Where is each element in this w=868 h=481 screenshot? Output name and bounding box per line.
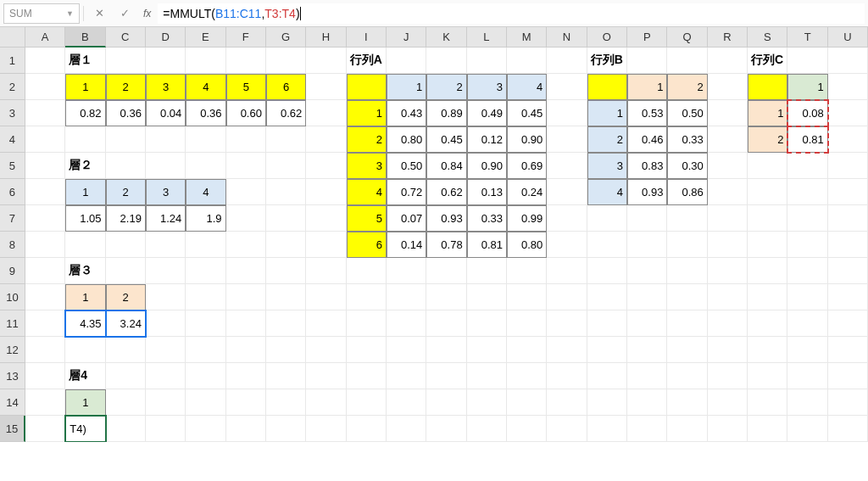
cell-H15[interactable] bbox=[306, 416, 346, 442]
cell-U10[interactable] bbox=[828, 284, 868, 310]
cell-H3[interactable] bbox=[306, 100, 346, 126]
cell-T13[interactable] bbox=[787, 363, 827, 389]
cell-G14[interactable] bbox=[266, 389, 306, 416]
cell-O12[interactable] bbox=[587, 337, 627, 363]
cell-U13[interactable] bbox=[828, 363, 868, 389]
matA-v[interactable]: 0.50 bbox=[387, 153, 426, 179]
cell-P10[interactable] bbox=[627, 284, 667, 310]
cell-P14[interactable] bbox=[627, 389, 667, 416]
cell-H4[interactable] bbox=[306, 126, 346, 153]
layer3-v[interactable]: 4.35 bbox=[65, 310, 105, 337]
cell-F11[interactable] bbox=[226, 310, 266, 337]
cell-R5[interactable] bbox=[708, 153, 748, 179]
matA-v[interactable]: 0.72 bbox=[387, 179, 426, 205]
cell-T14[interactable] bbox=[787, 389, 827, 416]
cell-R10[interactable] bbox=[708, 284, 748, 310]
cell-H14[interactable] bbox=[306, 389, 346, 416]
cell-R4[interactable] bbox=[708, 126, 748, 153]
cell-J9[interactable] bbox=[387, 258, 426, 284]
cell-A7[interactable] bbox=[25, 205, 65, 232]
cell-D10[interactable] bbox=[146, 284, 186, 310]
col-header-Q[interactable]: Q bbox=[667, 27, 707, 48]
col-header-A[interactable]: A bbox=[25, 27, 65, 48]
cell-K15[interactable] bbox=[426, 416, 466, 442]
chevron-down-icon[interactable]: ▼ bbox=[66, 9, 74, 18]
matA-rh[interactable]: 1 bbox=[347, 100, 387, 126]
cell-U12[interactable] bbox=[828, 337, 868, 363]
matB-rh[interactable]: 4 bbox=[587, 179, 627, 205]
col-header-F[interactable]: F bbox=[226, 27, 266, 48]
cell-C14[interactable] bbox=[106, 389, 146, 416]
cell-P1[interactable] bbox=[627, 48, 667, 74]
cell-O8[interactable] bbox=[587, 232, 627, 258]
cell-P9[interactable] bbox=[627, 258, 667, 284]
cell-N6[interactable] bbox=[547, 179, 587, 205]
cell-Q1[interactable] bbox=[667, 48, 707, 74]
cell-S8[interactable] bbox=[748, 232, 787, 258]
cell-G1[interactable] bbox=[266, 48, 306, 74]
cell-T12[interactable] bbox=[787, 337, 827, 363]
cell-S6[interactable] bbox=[748, 179, 787, 205]
cell-K10[interactable] bbox=[426, 284, 466, 310]
cell-M15[interactable] bbox=[507, 416, 547, 442]
row-header-8[interactable]: 8 bbox=[0, 232, 25, 258]
cell-L10[interactable] bbox=[467, 284, 507, 310]
cell-G15[interactable] bbox=[266, 416, 306, 442]
matA-v[interactable]: 0.93 bbox=[426, 205, 466, 232]
col-header-C[interactable]: C bbox=[106, 27, 146, 48]
row-header-6[interactable]: 6 bbox=[0, 179, 25, 205]
cell-T10[interactable] bbox=[787, 284, 827, 310]
matB-v[interactable]: 0.30 bbox=[667, 153, 707, 179]
matC-v[interactable]: 0.81 bbox=[787, 126, 827, 153]
cell-I11[interactable] bbox=[347, 310, 387, 337]
cell-G13[interactable] bbox=[266, 363, 306, 389]
cell-R7[interactable] bbox=[708, 205, 748, 232]
matA-v[interactable]: 0.24 bbox=[507, 179, 547, 205]
col-header-G[interactable]: G bbox=[266, 27, 306, 48]
matA-rh[interactable]: 6 bbox=[347, 232, 387, 258]
matA-v[interactable]: 0.07 bbox=[387, 205, 426, 232]
row-header-7[interactable]: 7 bbox=[0, 205, 25, 232]
cell-G9[interactable] bbox=[266, 258, 306, 284]
matA-rh[interactable]: 5 bbox=[347, 205, 387, 232]
col-header-O[interactable]: O bbox=[587, 27, 627, 48]
matB-corner[interactable] bbox=[587, 74, 627, 100]
cell-O14[interactable] bbox=[587, 389, 627, 416]
cell-U5[interactable] bbox=[828, 153, 868, 179]
active-cell-b15[interactable]: T4) bbox=[65, 416, 105, 442]
layer2-v[interactable]: 1.9 bbox=[186, 205, 225, 232]
cell-Q10[interactable] bbox=[667, 284, 707, 310]
cell-K11[interactable] bbox=[426, 310, 466, 337]
matB-v[interactable]: 0.83 bbox=[627, 153, 667, 179]
matA-v[interactable]: 0.90 bbox=[507, 126, 547, 153]
row-header-10[interactable]: 10 bbox=[0, 284, 25, 310]
cell-D12[interactable] bbox=[146, 337, 186, 363]
layer2-h[interactable]: 3 bbox=[146, 179, 186, 205]
cell-L15[interactable] bbox=[467, 416, 507, 442]
cell-S12[interactable] bbox=[748, 337, 787, 363]
col-header-U[interactable]: U bbox=[828, 27, 868, 48]
cell-S5[interactable] bbox=[748, 153, 787, 179]
cell-L12[interactable] bbox=[467, 337, 507, 363]
row-header-15[interactable]: 15 bbox=[0, 416, 25, 442]
cell-D15[interactable] bbox=[146, 416, 186, 442]
cell-P11[interactable] bbox=[627, 310, 667, 337]
cell-M1[interactable] bbox=[507, 48, 547, 74]
matC-ch[interactable]: 1 bbox=[787, 74, 827, 100]
cell-B8[interactable] bbox=[65, 232, 105, 258]
cell-H10[interactable] bbox=[306, 284, 346, 310]
cell-K13[interactable] bbox=[426, 363, 466, 389]
matA-rh[interactable]: 3 bbox=[347, 153, 387, 179]
cell-U14[interactable] bbox=[828, 389, 868, 416]
cell-R9[interactable] bbox=[708, 258, 748, 284]
cell-T5[interactable] bbox=[787, 153, 827, 179]
cell-R15[interactable] bbox=[708, 416, 748, 442]
cell-P15[interactable] bbox=[627, 416, 667, 442]
cell-J12[interactable] bbox=[387, 337, 426, 363]
col-header-K[interactable]: K bbox=[426, 27, 466, 48]
cell-H9[interactable] bbox=[306, 258, 346, 284]
cell-E10[interactable] bbox=[186, 284, 225, 310]
cell-E1[interactable] bbox=[186, 48, 225, 74]
cell-R14[interactable] bbox=[708, 389, 748, 416]
cell-D9[interactable] bbox=[146, 258, 186, 284]
